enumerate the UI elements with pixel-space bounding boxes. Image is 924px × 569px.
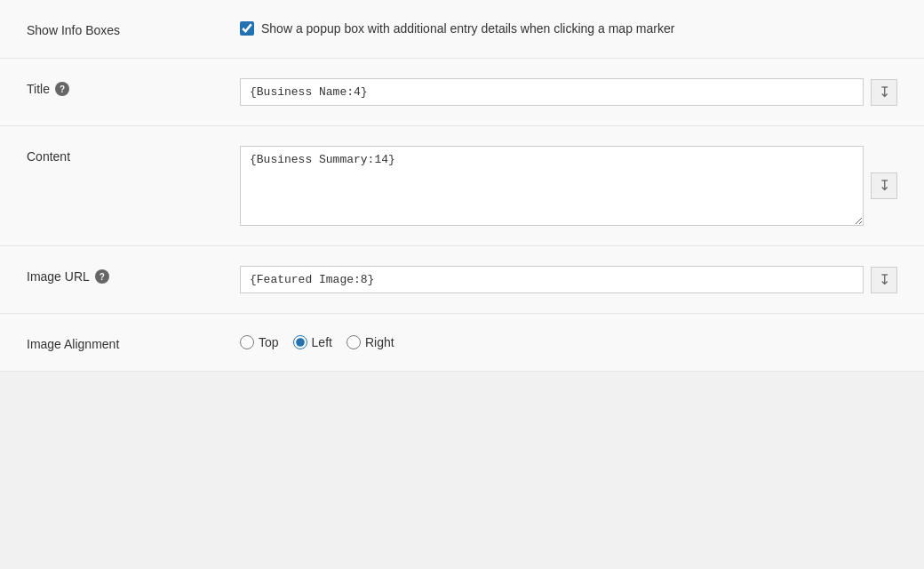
show-info-boxes-checkbox-label[interactable]: Show a popup box with additional entry d… <box>240 20 674 38</box>
show-info-boxes-control: Show a popup box with additional entry d… <box>240 20 897 38</box>
image-url-row: Image URL ? ↧ <box>0 246 924 314</box>
show-info-boxes-row: Show Info Boxes Show a popup box with ad… <box>0 0 924 59</box>
image-alignment-label: Image Alignment <box>27 333 240 351</box>
alignment-left-radio[interactable] <box>293 335 307 349</box>
content-textarea[interactable]: {Business Summary:14} <box>240 146 864 226</box>
content-label: Content <box>27 146 240 164</box>
alignment-top-option[interactable]: Top <box>240 335 279 349</box>
image-url-help-icon[interactable]: ? <box>95 269 109 284</box>
image-url-merge-tag-button[interactable]: ↧ <box>871 267 897 293</box>
image-alignment-control: Top Left Right <box>240 333 897 349</box>
alignment-left-label: Left <box>312 335 332 349</box>
title-row: Title ? ↧ <box>0 59 924 126</box>
show-info-boxes-checkbox[interactable] <box>240 21 254 36</box>
content-control: {Business Summary:14} ↧ <box>240 146 897 226</box>
show-info-boxes-label: Show Info Boxes <box>27 20 240 37</box>
alignment-top-label: Top <box>259 335 279 349</box>
alignment-right-option[interactable]: Right <box>346 335 394 349</box>
alignment-right-label: Right <box>365 335 394 349</box>
image-url-field-wrapper: ↧ <box>240 266 897 293</box>
title-merge-tag-icon: ↧ <box>879 85 890 100</box>
content-field-wrapper: {Business Summary:14} ↧ <box>240 146 897 226</box>
title-label: Title ? <box>27 78 240 96</box>
title-merge-tag-button[interactable]: ↧ <box>871 79 897 106</box>
show-info-boxes-description: Show a popup box with additional entry d… <box>261 20 674 38</box>
image-alignment-radio-group: Top Left Right <box>240 333 394 349</box>
content-row: Content {Business Summary:14} ↧ <box>0 126 924 246</box>
title-control: ↧ <box>240 78 897 106</box>
settings-form: Show Info Boxes Show a popup box with ad… <box>0 0 924 372</box>
title-help-icon[interactable]: ? <box>55 82 69 96</box>
title-input[interactable] <box>240 78 864 106</box>
image-url-label: Image URL ? <box>27 266 240 284</box>
image-url-merge-tag-icon: ↧ <box>879 273 890 287</box>
alignment-top-radio[interactable] <box>240 335 254 349</box>
title-field-wrapper: ↧ <box>240 78 897 106</box>
alignment-right-radio[interactable] <box>346 335 361 349</box>
content-merge-tag-button[interactable]: ↧ <box>871 172 897 199</box>
image-url-control: ↧ <box>240 266 897 293</box>
image-url-input[interactable] <box>240 266 864 293</box>
alignment-left-option[interactable]: Left <box>293 335 332 349</box>
content-merge-tag-icon: ↧ <box>879 179 890 193</box>
image-alignment-row: Image Alignment Top Left Right <box>0 314 924 372</box>
